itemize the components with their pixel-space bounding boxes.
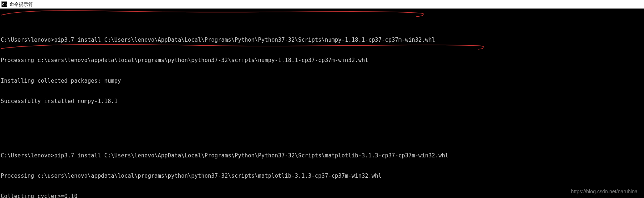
output-line: Successfully installed numpy-1.18.1 bbox=[1, 98, 643, 105]
window-titlebar[interactable]: C:\ 命令提示符 bbox=[0, 0, 644, 9]
prompt: C:\Users\lenovo> bbox=[1, 152, 54, 159]
terminal-output[interactable]: C:\Users\lenovo>pip3.7 install C:\Users\… bbox=[0, 9, 644, 198]
cmd-icon: C:\ bbox=[1, 1, 7, 7]
output-line: Processing c:\users\lenovo\appdata\local… bbox=[1, 57, 643, 64]
window-title: 命令提示符 bbox=[9, 1, 33, 8]
command-1: pip3.7 install C:\Users\lenovo\AppData\L… bbox=[54, 37, 435, 43]
output-line: Processing c:\users\lenovo\appdata\local… bbox=[1, 173, 643, 180]
blank-line bbox=[1, 118, 643, 125]
annotation-line-1 bbox=[0, 9, 507, 20]
output-line: Installing collected packages: numpy bbox=[1, 78, 643, 84]
prompt: C:\Users\lenovo> bbox=[1, 37, 54, 43]
command-2: pip3.7 install C:\Users\lenovo\AppData\L… bbox=[54, 152, 449, 159]
output-line: Collecting cycler>=0.10 bbox=[1, 193, 643, 198]
watermark: https://blog.csdn.net/naruhina bbox=[571, 189, 637, 194]
annotation-line-2 bbox=[0, 42, 507, 53]
